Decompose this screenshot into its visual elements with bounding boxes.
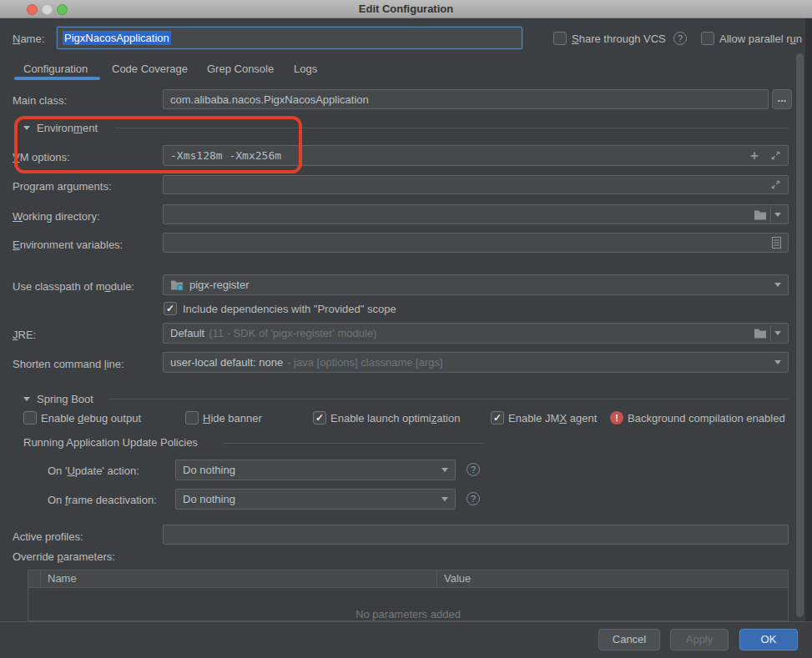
spring-boot-collapse-icon[interactable]	[23, 397, 30, 401]
table-empty-text: No parameters added	[28, 608, 788, 620]
tab-code-coverage[interactable]: Code Coverage	[112, 63, 188, 75]
ok-button[interactable]: OK	[739, 629, 798, 650]
on-update-action-label: On 'Update' action:	[48, 465, 139, 477]
override-parameters-label: Override parameters:	[13, 550, 115, 563]
environment-variables-label: Environment variables:	[13, 239, 123, 251]
on-frame-deactivation-dropdown-icon[interactable]	[441, 497, 448, 501]
title-bar: Edit Configuration	[0, 0, 812, 18]
browse-main-class-button[interactable]: ...	[772, 89, 792, 109]
update-policies-rule	[224, 443, 484, 444]
tab-grep-console[interactable]: Grep Console	[207, 63, 274, 75]
classpath-module-dropdown-icon[interactable]	[774, 283, 781, 287]
expand-field-icon[interactable]	[770, 179, 781, 190]
environment-section-rule	[115, 128, 789, 128]
table-header-value: Value	[437, 570, 788, 587]
shorten-command-line-hint: - java [options] classname [args]	[287, 356, 442, 369]
spring-boot-section-rule	[108, 399, 789, 399]
name-input-selected-text: PigxNacosApplication	[63, 31, 171, 45]
share-vcs-help-icon[interactable]: ?	[673, 32, 687, 45]
vm-options-value: -Xms128m -Xmx256m	[170, 149, 281, 162]
on-frame-deactivation-help-icon[interactable]: ?	[467, 492, 480, 505]
enable-launch-optimization-label: Enable launch optimization	[330, 412, 460, 424]
hide-banner-checkbox[interactable]	[185, 411, 199, 424]
vertical-scrollbar[interactable]	[796, 53, 804, 617]
enable-debug-output-checkbox[interactable]	[23, 411, 37, 424]
jre-hint: (11 - SDK of 'pigx-register' module)	[209, 327, 376, 339]
classpath-module-value: pigx-register	[189, 279, 250, 291]
edit-configuration-dialog: Edit Configuration Name: PigxNacosApplic…	[0, 0, 812, 658]
window-title: Edit Configuration	[0, 0, 812, 18]
browse-folder-icon[interactable]	[754, 209, 767, 220]
allow-parallel-run-label: Allow parallel run	[719, 33, 802, 45]
program-arguments-input[interactable]	[163, 175, 789, 194]
jre-select[interactable]: Default (11 - SDK of 'pigx-register' mod…	[163, 323, 789, 344]
tab-logs[interactable]: Logs	[294, 63, 317, 75]
on-frame-deactivation-select[interactable]: Do nothing	[175, 489, 456, 510]
include-provided-scope-checkbox[interactable]	[164, 302, 177, 315]
working-directory-dropdown-icon[interactable]	[774, 213, 781, 217]
vm-options-label: VM options:	[13, 151, 70, 163]
spring-boot-section-label: Spring Boot	[37, 393, 93, 405]
program-arguments-label: Program arguments:	[13, 180, 112, 193]
on-update-action-value: Do nothing	[183, 464, 235, 476]
enable-debug-output-label: Enable debug output	[41, 412, 141, 424]
override-parameters-table: Name Value No parameters added	[28, 570, 789, 621]
vm-options-input[interactable]: -Xms128m -Xmx256m +	[163, 145, 789, 166]
shorten-command-line-select[interactable]: user-local default: none - java [options…	[163, 352, 789, 373]
active-profiles-input[interactable]	[163, 525, 789, 545]
dialog-footer: ? Cancel Apply OK	[0, 621, 812, 658]
on-update-action-help-icon[interactable]: ?	[467, 463, 480, 476]
cancel-button[interactable]: Cancel	[598, 629, 660, 650]
background-compilation-warning: Background compilation enabled	[628, 412, 812, 424]
error-icon: !	[610, 411, 623, 424]
shorten-command-line-dropdown-icon[interactable]	[774, 360, 781, 364]
share-through-vcs-checkbox[interactable]	[553, 32, 567, 45]
name-label: Name:	[13, 33, 44, 45]
jre-value: Default	[170, 327, 204, 339]
enable-jmx-agent-checkbox[interactable]	[491, 411, 504, 424]
table-header-gutter	[28, 570, 41, 587]
browse-folder-icon[interactable]	[754, 328, 767, 339]
environment-collapse-icon[interactable]	[23, 126, 30, 130]
table-header-row: Name Value	[28, 570, 788, 588]
environment-variables-input[interactable]	[163, 233, 789, 253]
environment-section-label: Environment	[37, 122, 98, 134]
share-through-vcs-label: Share through VCS	[572, 33, 666, 45]
hide-banner-label: Hide banner	[203, 412, 262, 424]
active-profiles-label: Active profiles:	[13, 530, 83, 543]
module-icon	[170, 279, 184, 291]
allow-parallel-run-checkbox[interactable]	[701, 32, 714, 45]
apply-button[interactable]: Apply	[670, 629, 729, 650]
classpath-module-select[interactable]: pigx-register	[163, 274, 789, 295]
on-update-action-select[interactable]: Do nothing	[175, 460, 456, 480]
include-provided-scope-label: Include dependencies with "Provided" sco…	[183, 303, 396, 315]
enable-jmx-agent-label: Enable JMX agent	[508, 412, 597, 424]
main-class-input[interactable]: com.alibaba.nacos.PigxNacosApplication	[163, 89, 769, 109]
active-tab-indicator	[14, 77, 100, 80]
enable-launch-optimization-checkbox[interactable]	[313, 411, 326, 424]
working-directory-input[interactable]	[163, 204, 789, 224]
main-class-label: Main class:	[13, 94, 67, 107]
window-edge	[805, 18, 812, 658]
classpath-module-label: Use classpath of module:	[13, 280, 134, 293]
expand-vm-options-plus-icon[interactable]: +	[750, 148, 759, 163]
main-class-value: com.alibaba.nacos.PigxNacosApplication	[170, 93, 369, 106]
jre-label: JRE:	[13, 329, 36, 341]
on-frame-deactivation-value: Do nothing	[183, 493, 235, 505]
working-directory-label: Working directory:	[13, 210, 100, 223]
tab-configuration[interactable]: Configuration	[23, 63, 88, 75]
browse-variables-icon[interactable]	[772, 237, 781, 249]
shorten-command-line-label: Shorten command line:	[13, 358, 124, 370]
shorten-command-line-value: user-local default: none	[170, 356, 283, 369]
update-policies-header: Running Application Update Policies	[23, 436, 198, 449]
name-input[interactable]: PigxNacosApplication	[57, 27, 522, 49]
on-frame-deactivation-label: On frame deactivation:	[48, 494, 157, 506]
expand-field-icon[interactable]	[770, 150, 781, 161]
on-update-action-dropdown-icon[interactable]	[441, 468, 448, 472]
table-header-name: Name	[41, 570, 437, 587]
jre-dropdown-icon[interactable]	[774, 331, 781, 335]
